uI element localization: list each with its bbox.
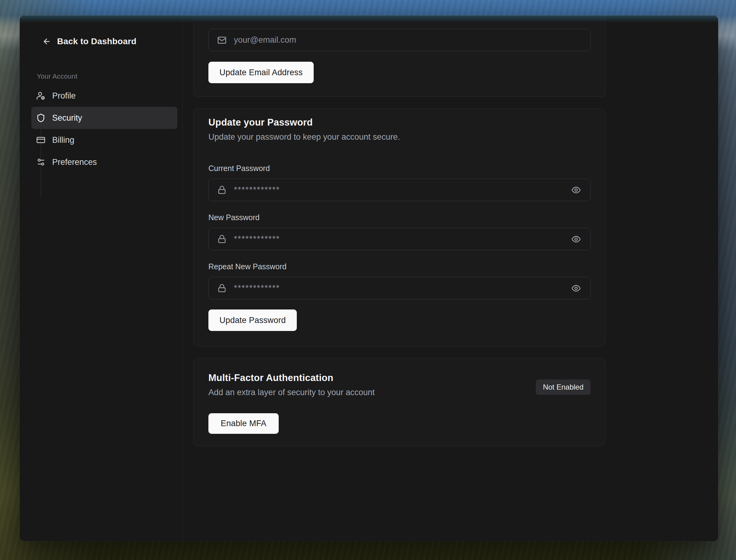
mfa-card-title: Multi-Factor Authentication [208, 372, 375, 384]
main-content: Update Email Address Update your Passwor… [183, 15, 718, 541]
sidebar-item-label: Preferences [52, 157, 97, 167]
sidebar: Back to Dashboard Your Account Profile [20, 15, 183, 541]
eye-icon [571, 283, 581, 293]
credit-card-icon [36, 135, 45, 145]
current-password-input-box [208, 179, 590, 201]
mfa-status-badge: Not Enabled [536, 379, 590, 395]
mfa-header-text: Multi-Factor Authentication Add an extra… [208, 372, 375, 398]
password-card: Update your Password Update your passwor… [193, 108, 605, 347]
sidebar-section-label: Your Account [37, 72, 77, 80]
new-password-input[interactable] [234, 234, 562, 244]
sidebar-item-preferences[interactable]: Preferences [31, 151, 177, 173]
sidebar-nav: Profile Security Billing [31, 85, 177, 173]
sidebar-item-profile[interactable]: Profile [31, 85, 177, 107]
lock-icon [217, 284, 227, 293]
update-password-button[interactable]: Update Password [208, 309, 297, 331]
lock-icon [217, 235, 227, 244]
email-input-box [208, 29, 590, 51]
mfa-card: Multi-Factor Authentication Add an extra… [193, 358, 605, 446]
mfa-card-subtitle: Add an extra layer of security to your a… [208, 387, 375, 398]
arrow-left-icon [42, 37, 51, 46]
repeat-password-input-box [208, 277, 590, 299]
update-email-button[interactable]: Update Email Address [208, 62, 314, 83]
shield-icon [36, 113, 45, 123]
toggle-new-password-visibility-button[interactable] [569, 232, 583, 246]
eye-icon [571, 234, 581, 244]
sidebar-item-label: Billing [52, 135, 74, 145]
sidebar-item-label: Security [52, 113, 82, 123]
back-to-dashboard-button[interactable]: Back to Dashboard [42, 34, 137, 49]
lock-icon [217, 185, 227, 195]
new-password-label: New Password [208, 213, 590, 222]
enable-mfa-button[interactable]: Enable MFA [208, 413, 279, 434]
current-password-input[interactable] [234, 185, 562, 195]
repeat-password-label: Repeat New Password [208, 262, 590, 271]
sliders-icon [36, 157, 45, 167]
current-password-label: Current Password [208, 164, 590, 173]
toggle-repeat-password-visibility-button[interactable] [569, 282, 583, 295]
sidebar-item-label: Profile [52, 91, 76, 101]
user-gear-icon [36, 91, 45, 100]
back-to-dashboard-label: Back to Dashboard [57, 37, 137, 46]
eye-icon [571, 185, 581, 195]
repeat-password-input[interactable] [234, 283, 562, 293]
sidebar-item-security[interactable]: Security [31, 107, 177, 129]
new-password-input-box [208, 228, 590, 250]
email-card: Update Email Address [193, 15, 605, 97]
mfa-header: Multi-Factor Authentication Add an extra… [208, 372, 590, 398]
settings-window: Back to Dashboard Your Account Profile [20, 15, 718, 541]
password-card-subtitle: Update your password to keep your accoun… [208, 131, 590, 142]
password-card-title: Update your Password [208, 116, 590, 129]
toggle-current-password-visibility-button[interactable] [569, 183, 583, 197]
mail-icon [217, 36, 227, 45]
email-input[interactable] [234, 35, 583, 45]
sidebar-item-billing[interactable]: Billing [31, 129, 177, 151]
